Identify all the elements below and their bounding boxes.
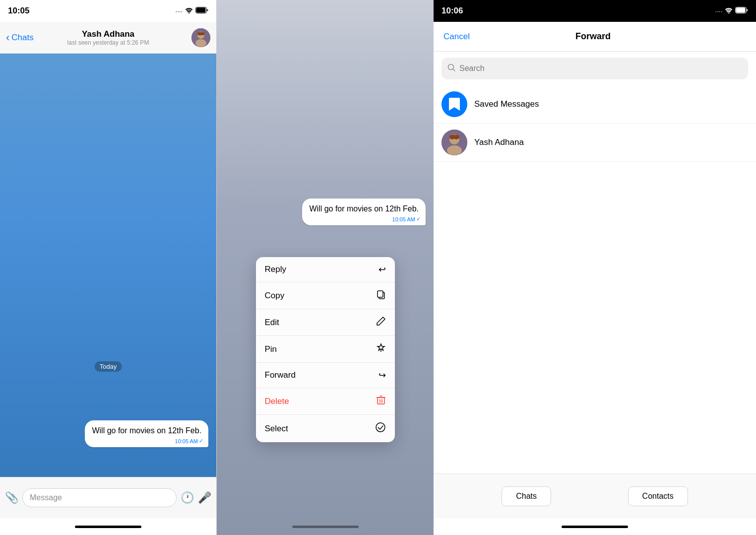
yash-avatar [441, 130, 467, 155]
forward-title: Forward [575, 31, 611, 42]
context-check-icon: ✓ [416, 216, 421, 222]
attachment-icon[interactable]: 📎 [5, 491, 18, 504]
input-bar: 📎 Message 🕐 🎤 [0, 477, 216, 518]
back-label[interactable]: Chats [11, 33, 33, 43]
home-bar [75, 526, 141, 528]
message-meta: 10:05 AM ✓ [175, 438, 203, 444]
forward-status-bar: 10:06 ···· [434, 0, 756, 22]
menu-pin-label: Pin [265, 344, 277, 354]
search-icon [447, 64, 455, 73]
date-label: Today [95, 361, 122, 372]
forward-search-bar[interactable] [441, 58, 748, 79]
status-time: 10:05 [8, 6, 29, 16]
chevron-left-icon: ‹ [6, 31, 9, 44]
contact-name[interactable]: Yash Adhana [67, 29, 149, 39]
menu-item-copy[interactable]: Copy [256, 282, 395, 309]
forward-status-icons: ···· [715, 7, 748, 15]
nav-bar: ‹ Chats Yash Adhana last seen yesterday … [0, 22, 216, 54]
menu-item-delete[interactable]: Delete [256, 388, 395, 415]
context-message-bubble: Will go for movies on 12th Feb. 10:05 AM… [302, 199, 426, 225]
forward-signal-icon: ···· [715, 7, 722, 15]
context-message-meta: 10:05 AM ✓ [392, 216, 421, 222]
forward-bottom-tabs: Chats Contacts [434, 473, 756, 518]
svg-rect-12 [378, 398, 384, 404]
menu-delete-label: Delete [265, 397, 289, 406]
svg-rect-8 [197, 32, 204, 35]
search-input[interactable] [459, 64, 742, 73]
panel-chat: 10:05 ···· ‹ Cha [0, 0, 217, 535]
tab-contacts[interactable]: Contacts [628, 486, 688, 506]
menu-copy-label: Copy [265, 291, 285, 301]
avatar-image [191, 28, 210, 47]
forward-nav: Cancel Forward [434, 22, 756, 52]
svg-point-18 [728, 12, 730, 13]
voice-icon[interactable]: 🎤 [198, 491, 211, 504]
saved-messages-label: Saved Messages [474, 99, 539, 109]
context-message-text: Will go for movies on 12th Feb. [309, 204, 419, 213]
wifi-icon [185, 7, 193, 15]
forward-battery-icon [735, 7, 748, 15]
status-bar: 10:05 ···· [0, 0, 216, 22]
svg-rect-2 [196, 8, 206, 13]
copy-icon [376, 289, 386, 302]
menu-item-pin[interactable]: Pin [256, 336, 395, 363]
message-time: 10:05 AM [175, 438, 198, 444]
forward-home-indicator [434, 518, 756, 535]
svg-line-22 [453, 69, 455, 71]
menu-select-label: Select [265, 424, 288, 434]
forward-status-time: 10:06 [441, 6, 463, 16]
contact-item-yash[interactable]: Yash Adhana [434, 124, 756, 162]
menu-item-select[interactable]: Select [256, 415, 395, 442]
menu-forward-label: Forward [265, 370, 296, 380]
saved-messages-avatar [441, 91, 467, 117]
chat-background: Today Will go for movies on 12th Feb. 10… [0, 54, 216, 477]
menu-edit-label: Edit [265, 318, 279, 328]
svg-point-25 [447, 145, 462, 155]
forward-home-bar [562, 526, 628, 528]
panel-context: Will go for movies on 12th Feb. 10:05 AM… [217, 0, 434, 535]
select-icon [375, 422, 386, 435]
forward-icon: ↪ [378, 370, 386, 381]
forward-wifi-icon [725, 7, 733, 15]
message-text: Will go for movies on 12th Feb. [92, 426, 201, 435]
home-bar-context [292, 526, 359, 528]
delete-icon [376, 395, 386, 407]
pin-icon [376, 343, 386, 355]
edit-icon [376, 316, 386, 329]
contact-status: last seen yesterday at 5:26 PM [67, 39, 149, 46]
tab-chats[interactable]: Chats [502, 486, 551, 506]
input-placeholder: Message [30, 493, 62, 502]
svg-point-0 [189, 12, 190, 13]
message-bubble[interactable]: Will go for movies on 12th Feb. 10:05 AM… [85, 420, 208, 447]
svg-rect-10 [378, 291, 383, 297]
svg-point-5 [195, 39, 206, 47]
contact-item-saved[interactable]: Saved Messages [434, 85, 756, 124]
reply-icon: ↩ [378, 264, 386, 275]
back-button[interactable]: ‹ Chats [6, 31, 34, 44]
menu-reply-label: Reply [265, 265, 286, 274]
menu-item-forward[interactable]: Forward ↪ [256, 363, 395, 388]
svg-rect-28 [449, 135, 459, 139]
menu-item-edit[interactable]: Edit [256, 309, 395, 336]
sticker-icon[interactable]: 🕐 [181, 491, 194, 504]
panel-forward: 10:06 ···· Cancel Forward [434, 0, 756, 535]
yash-name-label: Yash Adhana [474, 137, 524, 147]
context-menu: Reply ↩ Copy Edit Pin [256, 257, 395, 442]
context-message-time: 10:05 AM [392, 216, 415, 222]
svg-point-17 [376, 423, 385, 432]
battery-icon [195, 7, 208, 15]
menu-item-reply[interactable]: Reply ↩ [256, 257, 395, 282]
cancel-button[interactable]: Cancel [443, 32, 470, 42]
avatar[interactable] [191, 28, 210, 47]
check-icon: ✓ [199, 438, 203, 444]
contacts-list: Saved Messages Yash Adhana [434, 85, 756, 473]
svg-rect-20 [736, 8, 746, 13]
status-icons: ···· [176, 7, 208, 15]
nav-center: Yash Adhana last seen yesterday at 5:26 … [67, 29, 149, 46]
home-indicator-context [217, 518, 434, 535]
home-indicator [0, 518, 216, 535]
message-input[interactable]: Message [22, 488, 177, 507]
signal-icon: ···· [176, 7, 183, 15]
